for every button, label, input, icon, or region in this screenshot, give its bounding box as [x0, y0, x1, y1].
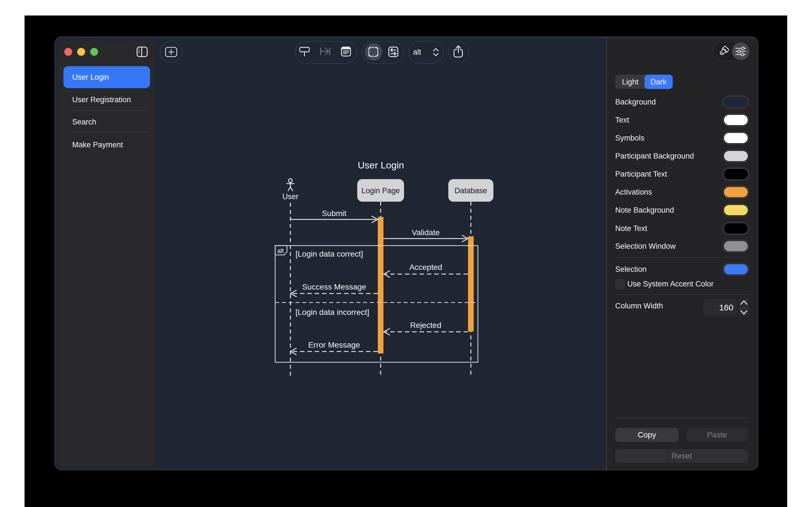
svg-text:Validate: Validate — [412, 228, 440, 237]
svg-text:alt: alt — [413, 48, 421, 56]
svg-text:Submit: Submit — [322, 209, 346, 218]
svg-text:User Login: User Login — [358, 160, 404, 170]
svg-text:Error Message: Error Message — [308, 341, 360, 349]
svg-text:Database: Database — [455, 186, 487, 195]
svg-text:[Login data correct]: [Login data correct] — [296, 249, 363, 258]
svg-text:Accepted: Accepted — [409, 263, 442, 272]
svg-text:alt: alt — [277, 247, 284, 255]
svg-text:Login Page: Login Page — [361, 186, 400, 195]
svg-text:Success Message: Success Message — [302, 283, 366, 291]
svg-text:Rejected: Rejected — [410, 321, 442, 330]
svg-text:[Login data incorrect]: [Login data incorrect] — [296, 308, 369, 317]
svg-text:User: User — [282, 192, 298, 201]
